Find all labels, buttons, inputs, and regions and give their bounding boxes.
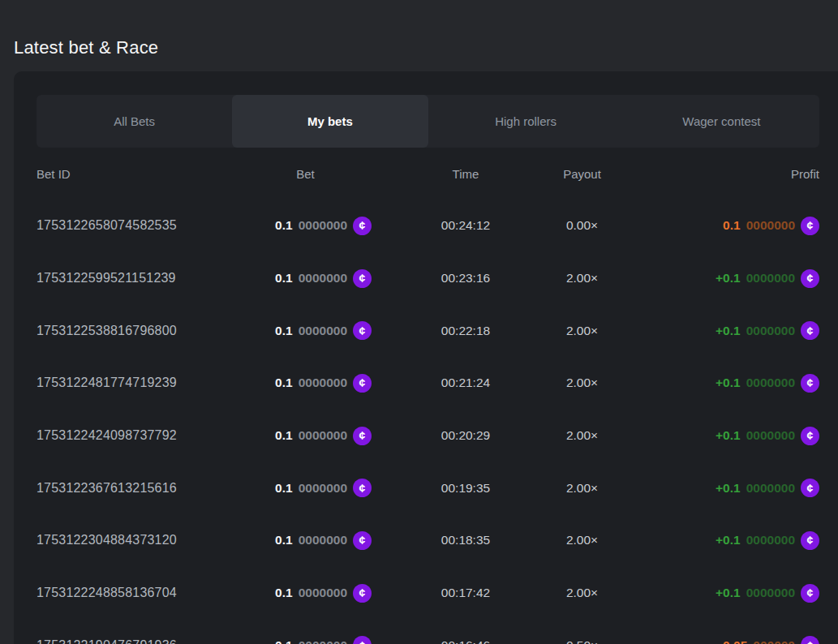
coin-icon: ¢ [801,217,819,235]
table-row[interactable]: 17531223676132156160.10000000¢00:19:352.… [37,462,819,514]
amount-main: +0.1 [716,481,741,496]
tab-my-bets[interactable]: My bets [232,95,428,148]
profit-cell: +0.10000000¢ [716,269,819,288]
coin-icon: ¢ [801,479,819,497]
profit-cell: 0.05000000¢ [723,636,819,644]
amount-zeros: 0000000 [746,586,795,600]
tab-all-bets[interactable]: All Bets [37,95,232,148]
bet-amount-cell: 0.10000000¢ [275,636,372,644]
bet-id-cell: 1753122190476791936 [37,638,239,644]
bet-id-cell: 1753122658074582535 [37,218,239,233]
column-header-time: Time [453,167,479,181]
amount-zeros: 0000000 [746,428,795,443]
coin-icon: ¢ [353,636,372,644]
bet-id-cell: 1753122481774719239 [37,376,239,390]
amount-main: 0.1 [275,638,293,644]
column-header-payout: Payout [563,167,601,181]
table-row[interactable]: 17531224817747192390.10000000¢00:21:242.… [37,357,819,410]
coin-icon: ¢ [801,584,819,603]
payout-cell: 2.00× [566,324,598,338]
bet-amount-cell: 0.10000000¢ [275,479,372,497]
time-cell: 00:17:42 [441,586,490,600]
payout-cell: 2.00× [566,586,598,600]
time-cell: 00:24:12 [441,218,490,233]
time-cell: 00:20:29 [441,428,490,443]
coin-icon: ¢ [353,584,372,603]
profit-cell: +0.10000000¢ [716,374,819,393]
coin-icon: ¢ [801,636,819,644]
amount-zeros: 0000000 [299,376,347,390]
table-row[interactable]: 17531223048843731200.10000000¢00:18:352.… [37,514,819,567]
coin-icon: ¢ [353,217,372,235]
coin-icon: ¢ [801,321,819,340]
bet-amount-cell: 0.10000000¢ [275,531,372,550]
bet-amount-cell: 0.10000000¢ [275,217,372,235]
payout-cell: 2.00× [566,271,598,286]
amount-main: 0.1 [275,481,293,496]
table-row[interactable]: 17531221904767919360.10000000¢00:16:460.… [37,620,819,644]
profit-cell: +0.10000000¢ [716,321,819,340]
coin-icon: ¢ [353,269,372,288]
amount-zeros: 0000000 [746,376,795,390]
amount-zeros: 0000000 [299,586,347,600]
coin-icon: ¢ [801,269,819,288]
amount-main: 0.05 [723,638,747,644]
profit-cell: +0.10000000¢ [716,584,819,603]
coin-icon: ¢ [353,531,372,550]
payout-cell: 2.00× [566,533,598,547]
coin-icon: ¢ [353,427,372,445]
time-cell: 00:22:18 [441,324,490,338]
bet-amount-cell: 0.10000000¢ [275,584,372,603]
amount-zeros: 0000000 [299,271,347,286]
coin-icon: ¢ [353,374,372,393]
coin-icon: ¢ [353,321,372,340]
bets-tabbar: All Bets My bets High rollers Wager cont… [37,95,819,148]
amount-main: +0.1 [716,324,741,338]
amount-zeros: 0000000 [299,218,347,233]
bet-amount-cell: 0.10000000¢ [275,269,372,288]
bet-amount-cell: 0.10000000¢ [275,427,372,445]
amount-zeros: 0000000 [299,638,347,644]
amount-main: +0.1 [716,533,741,547]
profit-cell: 0.10000000¢ [723,217,819,235]
amount-main: +0.1 [716,271,741,286]
coin-icon: ¢ [801,531,819,550]
tab-high-rollers[interactable]: High rollers [428,95,624,148]
amount-main: +0.1 [716,586,741,600]
amount-zeros: 0000000 [299,324,347,338]
table-row[interactable]: 17531225995211512390.10000000¢00:23:162.… [37,252,819,305]
table-row[interactable]: 17531222488581367040.10000000¢00:17:422.… [37,567,819,620]
time-cell: 00:16:46 [441,638,490,644]
amount-zeros: 0000000 [299,428,347,443]
amount-main: 0.1 [275,533,293,547]
payout-cell: 0.50× [566,638,598,644]
amount-zeros: 0000000 [746,271,795,286]
profit-cell: +0.10000000¢ [716,427,819,445]
payout-cell: 2.00× [566,376,598,390]
page-title: Latest bet & Race [14,37,158,58]
bet-id-cell: 1753122248858136704 [37,586,239,600]
column-header-bet: Bet [296,167,315,181]
bet-id-cell: 1753122304884373120 [37,533,239,547]
payout-cell: 0.00× [566,218,598,233]
bets-panel: All Bets My bets High rollers Wager cont… [14,71,838,644]
tab-wager-contest[interactable]: Wager contest [624,95,819,148]
page-header: Latest bet & Race [0,0,838,71]
time-cell: 00:21:24 [441,376,490,390]
column-header-bet-id: Bet ID [37,167,239,181]
profit-cell: +0.10000000¢ [716,531,819,550]
payout-cell: 2.00× [566,428,598,443]
coin-icon: ¢ [801,427,819,445]
coin-icon: ¢ [801,374,819,393]
bet-id-cell: 1753122599521151239 [37,271,239,286]
time-cell: 00:18:35 [441,533,490,547]
table-row[interactable]: 17531224240987377920.10000000¢00:20:292.… [37,410,819,462]
bet-id-cell: 1753122538816796800 [37,324,239,338]
table-row[interactable]: 17531225388167968000.10000000¢00:22:182.… [37,304,819,357]
amount-main: 0.1 [275,586,293,600]
table-row[interactable]: 17531226580745825350.10000000¢00:24:120.… [37,200,819,252]
amount-main: 0.1 [275,218,293,233]
column-header-profit: Profit [791,167,819,181]
amount-main: 0.1 [275,271,293,286]
amount-zeros: 0000000 [746,481,795,496]
